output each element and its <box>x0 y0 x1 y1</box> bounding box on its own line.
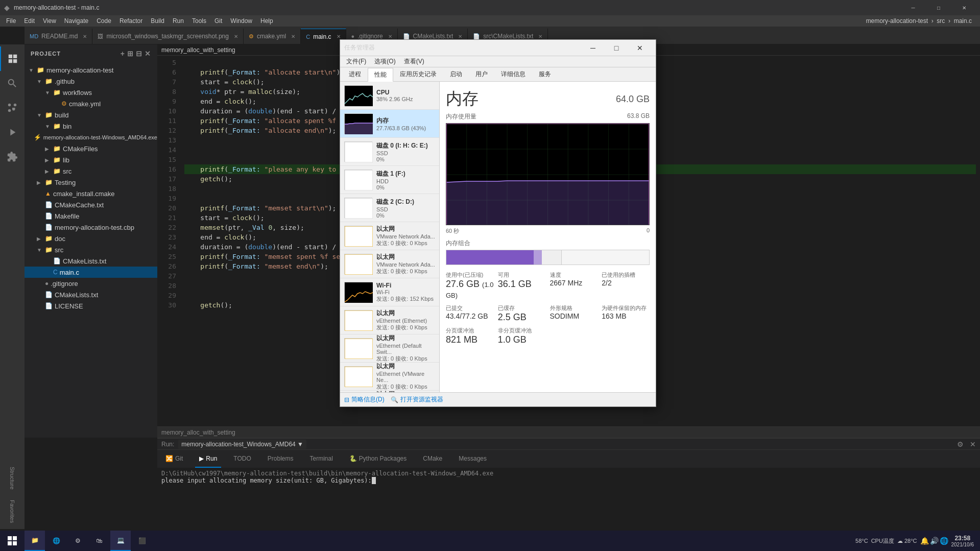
tab-src-cmakelists-close[interactable]: ✕ <box>538 34 542 39</box>
taskbar-store[interactable]: 🛍 <box>89 531 109 551</box>
menu-run[interactable]: Run <box>169 16 188 26</box>
taskbar-edge[interactable]: 🌐 <box>46 531 66 551</box>
tree-build[interactable]: ▼ 📁 build <box>25 109 157 121</box>
tm-brief-btn[interactable]: ⊟ 简略信息(D) <box>344 395 385 404</box>
tab-cmakelists-close[interactable]: ✕ <box>458 34 462 39</box>
tm-item-net4[interactable]: 以太网 vEthernet (Default Swit...发送: 0 接收: … <box>340 334 439 363</box>
tray-icon-3[interactable]: 🌐 <box>940 537 948 545</box>
tab-screenshot[interactable]: 🖼 microsoft_windows_taskmgr_screenshot.p… <box>92 29 243 44</box>
tab-problems[interactable]: Problems <box>264 450 298 468</box>
tree-exe[interactable]: ▶ ⚡ memory-allocation-test-Windows_AMD64… <box>25 132 157 143</box>
activity-explorer-icon[interactable] <box>0 46 25 71</box>
activity-search-icon[interactable] <box>0 71 25 95</box>
tm-tab-performance[interactable]: 性能 <box>368 68 393 82</box>
tree-cbp[interactable]: ▶ 📄 memory-allocation-test.cbp <box>25 222 157 233</box>
tree-cmakefiles[interactable]: ▶ 📁 CMakeFiles <box>25 143 157 154</box>
tab-main-c-close[interactable]: ✕ <box>337 34 341 39</box>
run-close-icon[interactable]: ✕ <box>970 440 976 448</box>
taskbar-file-explorer[interactable]: 📁 <box>25 531 45 551</box>
tab-git[interactable]: 🔀 Git <box>161 450 187 468</box>
menu-build[interactable]: Build <box>147 16 169 26</box>
tab-cmake-yml-close[interactable]: ✕ <box>291 34 295 39</box>
tree-root[interactable]: ▼ 📁 memory-allocation-test <box>25 64 157 76</box>
tm-item-disk2[interactable]: 磁盘 2 (C: D:) SSD0% <box>340 194 439 222</box>
tray-icon-1[interactable]: 🔔 <box>920 537 929 545</box>
activity-structure-icon[interactable]: Structure <box>0 463 25 494</box>
menu-navigate[interactable]: Navigate <box>60 16 92 26</box>
clock[interactable]: 23:58 2021/10/6 <box>951 535 974 547</box>
tree-workflows[interactable]: ▼ 📁 workflows <box>25 87 157 98</box>
tm-menu-file[interactable]: 文件(F) <box>342 56 370 67</box>
tree-bin[interactable]: ▼ 📁 bin <box>25 121 157 132</box>
tm-item-cpu[interactable]: CPU 38% 2.96 GHz <box>340 82 439 110</box>
new-file-icon[interactable]: + <box>121 50 125 58</box>
tm-tab-startup[interactable]: 启动 <box>443 67 469 81</box>
tm-menu-options[interactable]: 选项(O) <box>370 56 399 67</box>
tm-item-net3[interactable]: 以太网 vEthernet (Ethernet)发送: 0 接收: 0 Kbps <box>340 306 439 334</box>
maximize-button[interactable]: □ <box>927 0 950 15</box>
tray-icon-2[interactable]: 🔊 <box>930 537 939 545</box>
tree-root-cmake[interactable]: ▶ 📄 CMakeLists.txt <box>25 289 157 300</box>
menu-git[interactable]: Git <box>210 16 226 26</box>
close-button[interactable]: ✕ <box>952 0 976 15</box>
menu-edit[interactable]: Edit <box>20 16 39 26</box>
tree-testing[interactable]: ▶ 📁 Testing <box>25 177 157 188</box>
collapse-icon[interactable]: ⊟ <box>136 50 142 58</box>
menu-help[interactable]: Help <box>256 16 277 26</box>
tab-readme[interactable]: MD README.md ✕ <box>25 29 92 44</box>
tab-terminal[interactable]: Terminal <box>306 450 337 468</box>
tree-cmake-install[interactable]: ▶ ▲ cmake_install.cmake <box>25 188 157 199</box>
menu-window[interactable]: Window <box>226 16 256 26</box>
tree-license[interactable]: ▶ 📄 LICENSE <box>25 300 157 312</box>
tree-gitignore[interactable]: ▶ ● .gitignore <box>25 278 157 289</box>
run-config-name[interactable]: memory-allocation-test_Windows_AMD64 ▼ <box>178 440 306 449</box>
tree-cmake-yml[interactable]: ▶ ⚙ cmake.yml <box>25 98 157 109</box>
activity-extensions-icon[interactable] <box>0 145 25 169</box>
tree-lib[interactable]: ▶ 📁 lib <box>25 154 157 165</box>
tm-maximize[interactable]: □ <box>605 40 628 56</box>
tab-python-packages[interactable]: 🐍 Python Packages <box>345 450 411 468</box>
taskbar-settings[interactable]: ⚙ <box>67 531 88 551</box>
terminal-content[interactable]: D:\GitHub\cw1997\memory-allocation-test\… <box>157 468 980 540</box>
tree-main-c[interactable]: ▶ C main.c <box>25 267 157 278</box>
tab-cmake[interactable]: CMake <box>419 450 446 468</box>
close-explorer-icon[interactable]: ✕ <box>145 50 151 58</box>
tm-resource-monitor-btn[interactable]: 🔍 打开资源监视器 <box>391 395 443 404</box>
tm-tab-apphistory[interactable]: 应用历史记录 <box>393 67 443 81</box>
tm-close[interactable]: ✕ <box>628 40 652 56</box>
menu-view[interactable]: View <box>39 16 60 26</box>
minimize-button[interactable]: ─ <box>901 0 925 15</box>
tm-tab-details[interactable]: 详细信息 <box>494 67 532 81</box>
run-settings-icon[interactable]: ⚙ <box>957 440 964 448</box>
taskbar-vscode[interactable]: 💻 <box>110 531 131 551</box>
tab-run[interactable]: ▶ Run <box>195 450 221 468</box>
tm-tab-processes[interactable]: 进程 <box>342 67 368 81</box>
menu-refactor[interactable]: Refactor <box>115 16 147 26</box>
tab-todo[interactable]: TODO <box>229 450 255 468</box>
menu-tools[interactable]: Tools <box>188 16 210 26</box>
tree-src-build[interactable]: ▶ 📁 src <box>25 165 157 177</box>
activity-vcs-icon[interactable] <box>0 95 25 120</box>
tm-item-net1[interactable]: 以太网 VMware Network Ada...发送: 0 接收: 0 Kbp… <box>340 222 439 250</box>
tab-screenshot-close[interactable]: ✕ <box>234 34 238 39</box>
tm-minimize[interactable]: ─ <box>581 40 605 56</box>
tree-cmakecache[interactable]: ▶ 📄 CMakeCache.txt <box>25 199 157 210</box>
tm-item-disk0[interactable]: 磁盘 0 (I: H: G: E:) SSD0% <box>340 138 439 166</box>
taskbar-terminal[interactable]: ⬛ <box>132 531 152 551</box>
tree-makefile[interactable]: ▶ 📄 Makefile <box>25 210 157 222</box>
activity-run-icon[interactable] <box>0 120 25 145</box>
tab-cmake-yml[interactable]: ⚙ cmake.yml ✕ <box>244 29 301 44</box>
tm-tab-users[interactable]: 用户 <box>469 67 494 81</box>
tab-gitignore-close[interactable]: ✕ <box>388 34 392 39</box>
tm-item-net5[interactable]: 以太网 vEthernet (VMware Ne...发送: 0 接收: 0 K… <box>340 363 439 391</box>
tm-item-net2[interactable]: 以太网 VMware Network Ada...发送: 0 接收: 0 Kbp… <box>340 250 439 278</box>
tree-src[interactable]: ▼ 📁 src <box>25 244 157 255</box>
tm-item-disk1[interactable]: 磁盘 1 (F:) HDD0% <box>340 166 439 194</box>
menu-file[interactable]: File <box>2 16 20 26</box>
tree-doc[interactable]: ▶ 📁 doc <box>25 233 157 244</box>
menu-code[interactable]: Code <box>92 16 115 26</box>
tm-item-memory[interactable]: 内存 27.7/63.8 GB (43%) <box>340 110 439 138</box>
tree-github[interactable]: ▼ 📁 .github <box>25 76 157 87</box>
tab-messages[interactable]: Messages <box>455 450 491 468</box>
tm-tab-services[interactable]: 服务 <box>532 67 558 81</box>
